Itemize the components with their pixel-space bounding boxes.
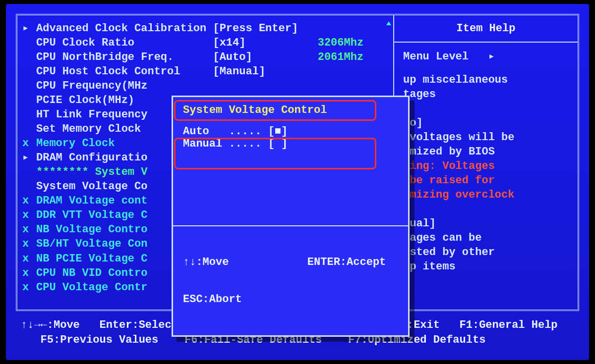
locked-icon: x <box>22 194 36 208</box>
setting-value[interactable]: [Manual] <box>213 64 317 79</box>
spacer <box>22 165 36 179</box>
setting-info: 3206Mhz <box>318 36 363 50</box>
help-line: ning: Voltages <box>403 159 569 173</box>
spacer <box>22 93 36 107</box>
setting-label: CPU Clock Ratio <box>36 36 213 50</box>
setting-row[interactable]: CPU Frequency(MHz <box>22 79 393 93</box>
spacer <box>22 179 36 194</box>
spacer <box>22 50 36 64</box>
setting-value[interactable]: [x14] <box>213 36 317 50</box>
setting-label: CPU Host Clock Control <box>36 64 213 79</box>
locked-icon: x <box>22 252 36 266</box>
setting-value[interactable]: [Auto] <box>213 50 317 64</box>
help-title: Item Help <box>394 15 578 43</box>
popup-hint-abort: ESC:Abort <box>183 293 398 306</box>
locked-icon: x <box>22 266 36 280</box>
help-line: to] <box>403 116 569 130</box>
submenu-icon: ▸ <box>22 21 36 36</box>
help-line: usted by other <box>403 245 569 260</box>
setting-row[interactable]: CPU Clock Ratio [x14] 3206Mhz <box>22 36 393 50</box>
setting-label: Advanced Clock Calibration <box>36 21 213 36</box>
bios-screen: ▸Advanced Clock Calibration [Press Enter… <box>6 4 589 360</box>
popup-footer: ↑↓:Move ENTER:Accept ESC:Abort <box>173 225 408 335</box>
help-line: up miscellaneous <box>403 73 569 87</box>
help-line <box>403 202 569 216</box>
popup-hint-accept: ENTER:Accept <box>307 256 386 268</box>
help-line: voltages will be <box>403 130 569 145</box>
locked-icon: x <box>22 280 36 295</box>
locked-icon: x <box>22 208 36 222</box>
help-line: nual] <box>403 216 569 231</box>
help-line: tages <box>403 87 569 102</box>
popup-title: System Voltage Control <box>173 97 408 121</box>
spacer <box>22 79 36 93</box>
setting-label: CPU NorthBridge Freq. <box>36 50 213 64</box>
submenu-icon: ▸ <box>22 151 36 165</box>
help-line: be raised for <box>403 173 569 188</box>
locked-icon: x <box>22 237 36 251</box>
locked-icon: x <box>22 222 36 237</box>
help-line: imizing overclock <box>403 188 569 202</box>
popup-option[interactable]: Auto ..... [■] <box>183 125 398 138</box>
setting-label: CPU Frequency(MHz <box>36 79 213 93</box>
popup-system-voltage-control[interactable]: System Voltage Control Auto ..... [■]Man… <box>172 96 410 337</box>
setting-row[interactable]: CPU NorthBridge Freq. [Auto] 2061Mhz <box>22 50 393 64</box>
popup-option[interactable]: Manual ..... [ ] <box>183 138 398 150</box>
spacer <box>22 36 36 50</box>
setting-row[interactable]: ▸Advanced Clock Calibration [Press Enter… <box>22 21 393 36</box>
help-panel: Item Help Menu Level ▸ up miscellaneoust… <box>394 15 578 310</box>
help-line: tages can be <box>403 231 569 245</box>
menu-level: Menu Level ▸ <box>403 50 569 64</box>
help-line: imized by BIOS <box>403 145 569 159</box>
popup-options[interactable]: Auto ..... [■]Manual ..... [ ] <box>173 121 408 225</box>
setting-info: 2061Mhz <box>318 50 363 64</box>
locked-icon: x <box>22 136 36 151</box>
setting-value[interactable]: [Press Enter] <box>213 21 317 36</box>
setting-row[interactable]: CPU Host Clock Control [Manual] <box>22 64 393 79</box>
spacer <box>22 64 36 79</box>
help-line: up items <box>403 260 569 274</box>
help-line <box>403 102 569 116</box>
spacer <box>22 107 36 122</box>
menu-level-marker: ▸ <box>488 50 495 64</box>
scroll-up-icon[interactable] <box>386 21 391 25</box>
spacer <box>22 122 36 136</box>
menu-level-label: Menu Level <box>403 50 469 64</box>
popup-hint-move: ↑↓:Move <box>183 256 229 268</box>
